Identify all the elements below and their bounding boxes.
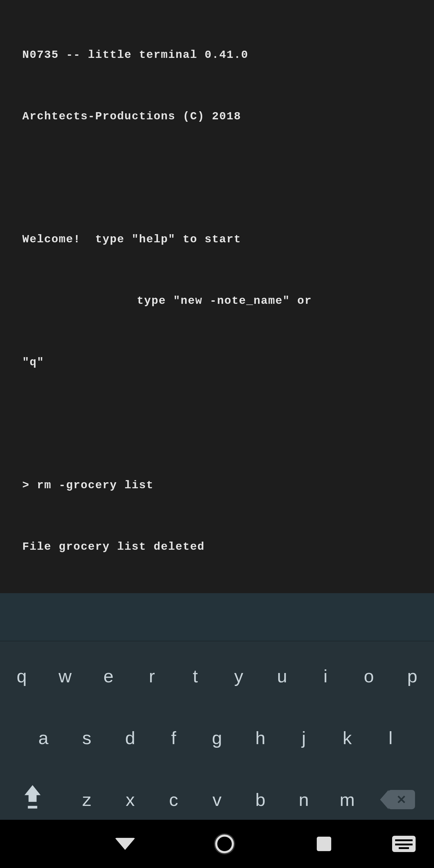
svg-rect-0: [28, 806, 37, 809]
nav-home-button[interactable]: [175, 835, 274, 853]
key-q[interactable]: q: [0, 647, 43, 705]
keyboard-row-2: a s d f g h j k l: [0, 709, 434, 767]
key-j[interactable]: j: [282, 709, 326, 767]
nav-recents-button[interactable]: [274, 837, 374, 851]
shift-icon: [22, 782, 43, 817]
triangle-down-icon: [115, 838, 135, 850]
key-k[interactable]: k: [326, 709, 369, 767]
key-f[interactable]: f: [152, 709, 195, 767]
key-t[interactable]: t: [174, 647, 217, 705]
keyboard-row-1: q w e r t y u i o p: [0, 647, 434, 705]
key-l[interactable]: l: [369, 709, 412, 767]
key-h[interactable]: h: [239, 709, 282, 767]
terminal-header-line-1: N0735 -- little terminal 0.41.0: [22, 44, 412, 65]
terminal-welcome-line-2: type "new -note_name" or: [22, 290, 412, 311]
key-u[interactable]: u: [260, 647, 304, 705]
key-w[interactable]: w: [43, 647, 87, 705]
terminal-welcome-line-3: "q": [0, 352, 412, 373]
key-o[interactable]: o: [347, 647, 391, 705]
blank-line: [22, 413, 412, 434]
key-i[interactable]: i: [304, 647, 347, 705]
blank-line: [22, 167, 412, 188]
terminal-output[interactable]: N0735 -- little terminal 0.41.0 Archtect…: [0, 0, 434, 593]
key-d[interactable]: d: [108, 709, 152, 767]
key-g[interactable]: g: [195, 709, 239, 767]
key-a[interactable]: a: [22, 709, 65, 767]
key-s[interactable]: s: [65, 709, 108, 767]
key-e[interactable]: e: [87, 647, 130, 705]
android-nav-bar: [0, 820, 434, 868]
backspace-icon: ✕: [388, 790, 415, 809]
keyboard-suggestion-strip[interactable]: [0, 593, 434, 641]
key-y[interactable]: y: [217, 647, 260, 705]
key-p[interactable]: p: [391, 647, 434, 705]
square-icon: [317, 837, 331, 851]
key-r[interactable]: r: [130, 647, 174, 705]
terminal-header-line-2: Archtects-Productions (C) 2018: [22, 106, 412, 127]
terminal-command-1: > rm -grocery list: [22, 475, 412, 495]
keyboard-icon: [392, 836, 415, 852]
terminal-response-1: File grocery list deleted: [0, 536, 412, 557]
terminal-welcome-line-1: Welcome! type "help" to start: [22, 229, 412, 250]
nav-back-button[interactable]: [75, 838, 175, 850]
nav-keyboard-switch-button[interactable]: [374, 836, 434, 852]
circle-icon: [215, 835, 234, 853]
